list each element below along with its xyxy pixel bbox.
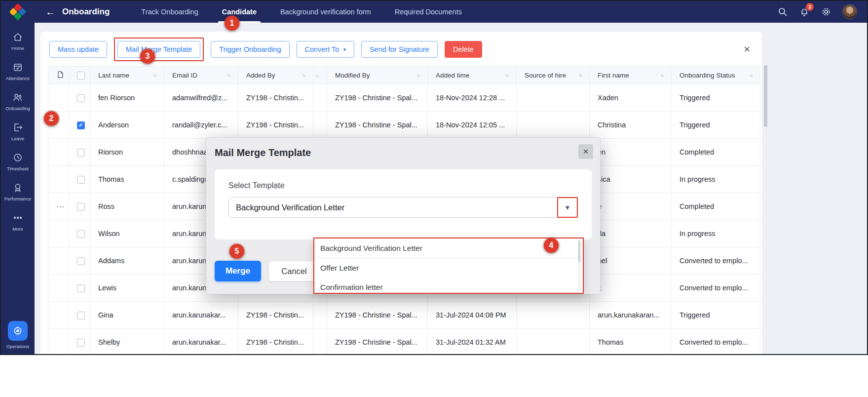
mass-update-button[interactable]: Mass update <box>49 41 107 58</box>
trigger-onboarding-button[interactable]: Trigger Onboarding <box>211 41 289 58</box>
sidebar-item-label: Home <box>11 45 24 51</box>
row-checkbox[interactable] <box>77 284 85 292</box>
settings-gear-icon[interactable] <box>821 6 831 17</box>
cell-status: Converted to emplo... <box>672 247 760 275</box>
merge-button[interactable]: Merge <box>215 261 261 281</box>
cell-added-by: ZY198 - Christin... <box>238 84 313 112</box>
tab-label: Track Onboarding <box>141 8 198 16</box>
modal-footer: Merge Cancel <box>215 261 320 281</box>
cell-added-time: 31-Jul-2024 04:08 PM <box>428 302 517 329</box>
leave-icon <box>12 122 23 133</box>
table-row[interactable]: fen Riorson adamwilfred@z... ZY198 - Chr… <box>48 84 760 112</box>
cell-status: In progress <box>672 166 760 193</box>
cell-status: Completed <box>672 193 760 220</box>
cell-first-name: Christina <box>590 112 672 139</box>
page-background <box>0 355 868 397</box>
template-select[interactable]: Background Verification Letter ▼ <box>228 197 578 218</box>
annotation-badge-2: 2 <box>44 111 59 126</box>
cell-email: arun.karunakar... <box>164 329 238 356</box>
row-checkbox[interactable] <box>77 339 85 347</box>
modal-body: Select Template Background Verification … <box>215 169 592 239</box>
row-checkbox[interactable] <box>77 203 85 211</box>
sort-icon[interactable]: ↑↓ <box>505 73 508 78</box>
sidebar-item-attendance[interactable]: Attendance <box>1 62 35 81</box>
sort-icon[interactable]: ↑↓ <box>416 73 419 78</box>
sidebar-item-operations[interactable]: Operations <box>1 321 35 349</box>
sidebar-item-performance[interactable]: Performance <box>1 182 35 201</box>
export-file-icon[interactable] <box>56 73 64 80</box>
annotation-badge-5: 5 <box>229 244 244 259</box>
delete-button[interactable]: Delete <box>445 41 482 58</box>
row-checkbox[interactable] <box>77 94 85 102</box>
cancel-button[interactable]: Cancel <box>268 261 320 281</box>
cell-last-name: Shelby <box>90 329 164 356</box>
cell-modified-by: ZY198 - Christine - Spal... <box>327 329 428 356</box>
notifications-bell-icon[interactable]: 3 <box>799 6 810 17</box>
sort-icon[interactable]: ↑↓ <box>302 73 305 78</box>
sidebar-item-onboarding[interactable]: Onboarding <box>1 92 35 111</box>
modal-title: Mail Merge Template <box>215 147 311 159</box>
row-checkbox[interactable] <box>77 176 85 184</box>
select-all-checkbox[interactable] <box>77 72 85 79</box>
convert-to-dropdown-button[interactable]: Convert To ▾ <box>297 41 354 58</box>
top-navbar: ← Onboarding Track Onboarding Candidate … <box>1 1 867 23</box>
vertical-scrollbar[interactable] <box>764 65 767 127</box>
send-for-signature-button[interactable]: Send for Signature <box>361 41 438 58</box>
cell-email: randall@zyler.c... <box>164 112 238 139</box>
mail-merge-highlight-box: Mail Merge Template <box>114 38 204 61</box>
select-template-label: Select Template <box>228 181 285 190</box>
cell-added-by: ZY198 - Christin... <box>238 329 313 356</box>
row-checkbox[interactable] <box>77 312 85 319</box>
search-icon[interactable] <box>777 6 788 17</box>
template-select-chevron-highlight[interactable]: ▼ <box>557 197 578 218</box>
sort-icon[interactable]: ↑↓ <box>153 73 156 78</box>
zoho-logo-icon[interactable] <box>10 4 25 19</box>
option-confirmation-letter[interactable]: Confirmation letter <box>314 278 583 294</box>
option-background-verification-letter[interactable]: Background Verification Letter <box>314 238 583 258</box>
dropdown-scroll-thumb[interactable] <box>578 240 580 262</box>
row-checkbox[interactable] <box>77 149 85 157</box>
sidebar-item-leave[interactable]: Leave <box>1 122 35 141</box>
cell-first-name: en <box>590 139 672 166</box>
user-avatar[interactable] <box>842 4 857 19</box>
modal-close-icon[interactable]: × <box>578 144 593 159</box>
sort-icon[interactable]: ↑↓ <box>315 73 318 79</box>
sort-icon[interactable]: ↑↓ <box>578 73 581 78</box>
cell-added-time: 18-Nov-2024 12:05 ... <box>428 112 517 139</box>
table-row[interactable]: Anderson randall@zyler.c... ZY198 - Chri… <box>48 112 760 139</box>
cell-last-name: fen Riorson <box>90 84 164 112</box>
table-row[interactable]: Shelby arun.karunakar... ZY198 - Christi… <box>48 329 760 356</box>
cell-first-name: sica <box>590 166 672 193</box>
cell-status: Converted to emplo... <box>672 329 760 356</box>
left-sidebar: Home Attendance Onboarding Leave Timeshe… <box>1 23 35 354</box>
back-arrow-icon[interactable]: ← <box>45 6 55 18</box>
row-more-actions-icon[interactable]: ⋯ <box>56 202 65 211</box>
table-row[interactable]: Gina arun.karunakar... ZY198 - Christin.… <box>48 302 760 329</box>
row-checkbox[interactable] <box>77 230 85 238</box>
sidebar-item-more[interactable]: More <box>1 212 35 232</box>
home-icon <box>12 32 23 42</box>
close-toolbar-icon[interactable]: × <box>744 44 750 55</box>
cell-first-name: Thomas <box>590 329 672 356</box>
row-checkbox-checked[interactable] <box>77 121 85 129</box>
notification-count-badge: 3 <box>806 3 814 11</box>
tab-background-verification-form[interactable]: Background verification form <box>280 1 371 23</box>
cell-status: Triggered <box>672 112 760 139</box>
template-select-value: Background Verification Letter <box>229 203 557 212</box>
sort-icon[interactable]: ↑↓ <box>749 73 752 78</box>
cell-source <box>517 112 590 139</box>
mail-merge-template-button[interactable]: Mail Merge Template <box>117 41 200 58</box>
col-last-name: Last name <box>98 72 129 79</box>
row-checkbox[interactable] <box>77 257 85 265</box>
col-email-id: Email ID <box>172 72 197 79</box>
cell-modified-by: ZY198 - Christine - Spal... <box>327 302 428 329</box>
sidebar-item-home[interactable]: Home <box>1 32 35 51</box>
sort-icon[interactable]: ↑↓ <box>227 73 230 78</box>
option-offer-letter[interactable]: Offer Letter <box>314 258 583 278</box>
tab-required-documents[interactable]: Required Documents <box>395 1 462 23</box>
more-dots-icon <box>12 212 23 223</box>
sort-icon[interactable]: ↑↓ <box>660 73 663 78</box>
tab-track-onboarding[interactable]: Track Onboarding <box>141 1 198 23</box>
cell-status: Triggered <box>672 84 760 112</box>
sidebar-item-timesheet[interactable]: Timesheet <box>1 152 35 171</box>
